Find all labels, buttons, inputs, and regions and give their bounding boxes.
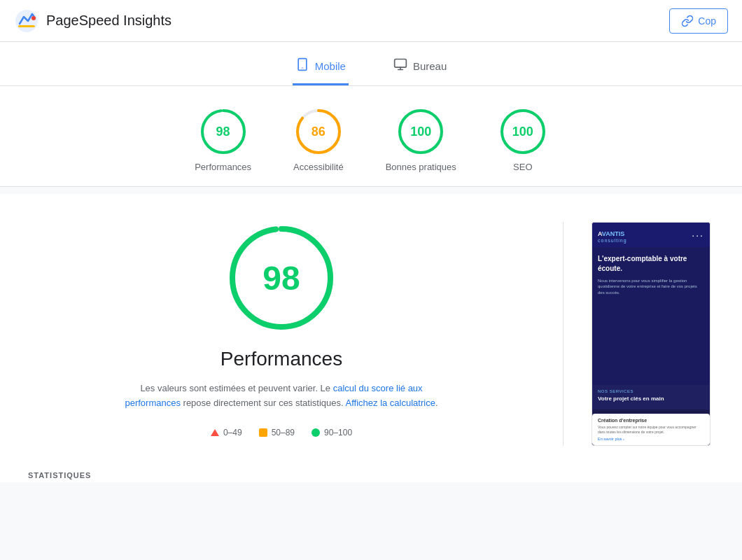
score-circle-performances: 98	[199, 107, 248, 156]
vertical-divider	[563, 222, 564, 446]
tab-bureau[interactable]: Bureau	[391, 50, 449, 85]
svg-rect-2	[18, 25, 35, 27]
copy-button[interactable]: Cop	[669, 8, 728, 34]
preview-logo-sub: consulting	[598, 238, 627, 243]
tab-mobile-label: Mobile	[315, 60, 346, 72]
svg-rect-3	[298, 59, 307, 71]
score-cards-row: 98 Performances 86 Accessibilité	[0, 86, 742, 187]
app-title: PageSpeed Insights	[46, 13, 172, 29]
preview-card: Création d'entreprise Vous pouvez compte…	[592, 414, 710, 445]
preview-card-text: Vous pouvez compter sur notre équipe pou…	[598, 425, 704, 435]
copy-label: Cop	[698, 15, 716, 27]
big-score-title: Performances	[220, 348, 342, 370]
svg-point-4	[302, 67, 303, 69]
link-icon	[681, 15, 694, 27]
preview-card-link: En savoir plus ›	[598, 437, 704, 441]
score-label-performances: Performances	[195, 162, 251, 172]
big-score-description: Les valeurs sont estimées et peuvent var…	[120, 382, 442, 411]
score-value-seo: 100	[512, 125, 533, 139]
main-content: 98 Performances 86 Accessibilité	[0, 86, 742, 560]
preview-menu-icon: ···	[692, 230, 704, 241]
desc-text-1: Les valeurs sont estimées et peuvent var…	[140, 383, 332, 393]
big-score-left: 98 Performances Les valeurs sont estimée…	[28, 222, 535, 446]
score-label-accessibilite: Accessibilité	[293, 162, 344, 172]
score-circle-bonnes-pratiques: 100	[396, 107, 445, 156]
score-label-bonnes-pratiques: Bonnes pratiques	[386, 162, 456, 172]
score-card-performances[interactable]: 98 Performances	[195, 107, 251, 172]
score-circle-seo: 100	[498, 107, 547, 156]
preview-hero-sub: Nous intervenons pour vous simplifier la…	[598, 278, 704, 295]
website-preview-area: AVANTIS consulting ··· L'expert-comptabl…	[592, 222, 714, 446]
tab-bar: Mobile Bureau	[0, 42, 742, 86]
preview-card-title: Création d'entreprise	[598, 418, 704, 423]
legend-mid: 50–89	[259, 428, 295, 438]
score-value-accessibilite: 86	[312, 125, 326, 139]
preview-logo: AVANTIS consulting	[598, 227, 627, 243]
legend-low: 0–49	[211, 428, 242, 438]
legend-square-icon	[259, 428, 267, 437]
svg-rect-5	[395, 59, 407, 68]
header: PageSpeed Insights Cop	[0, 0, 742, 42]
preview-service-title: Votre projet clés en main	[598, 396, 704, 402]
desc-text-2: repose directement sur ces statistiques.	[181, 398, 346, 408]
score-legend: 0–49 50–89 90–100	[211, 428, 352, 438]
calculator-link[interactable]: Affichez la calculatrice	[346, 398, 435, 408]
legend-mid-range: 50–89	[272, 428, 295, 438]
svg-point-1	[31, 16, 36, 20]
score-card-bonnes-pratiques[interactable]: 100 Bonnes pratiques	[386, 107, 456, 172]
logo-area: PageSpeed Insights	[14, 8, 172, 34]
preview-hero-title: L'expert-comptable à votre écoute.	[598, 254, 704, 274]
desc-text-3: .	[435, 398, 438, 408]
mobile-icon	[295, 57, 309, 75]
score-card-seo[interactable]: 100 SEO	[498, 107, 547, 172]
preview-hero: L'expert-comptable à votre écoute. Nous …	[592, 247, 710, 385]
pagespeed-logo-icon	[14, 8, 39, 34]
score-circle-accessibilite: 86	[294, 107, 343, 156]
statistics-label: STATISTIQUES	[0, 460, 742, 482]
preview-services-section: NOS SERVICES Votre projet clés en main	[592, 385, 710, 410]
score-label-seo: SEO	[513, 162, 532, 172]
score-value-bonnes-pratiques: 100	[410, 125, 431, 139]
legend-low-range: 0–49	[223, 428, 242, 438]
legend-high: 90–100	[312, 428, 352, 438]
tab-bureau-label: Bureau	[413, 60, 447, 72]
tab-mobile[interactable]: Mobile	[293, 50, 349, 85]
score-value-performances: 98	[216, 125, 230, 139]
preview-nos-services: NOS SERVICES	[598, 389, 704, 393]
desktop-icon	[393, 57, 407, 75]
preview-logo-main: AVANTIS	[598, 230, 624, 237]
svg-point-0	[15, 10, 38, 32]
website-preview: AVANTIS consulting ··· L'expert-comptabl…	[592, 222, 710, 446]
legend-high-range: 90–100	[324, 428, 352, 438]
legend-triangle-icon	[211, 429, 219, 436]
big-score-number: 98	[262, 259, 300, 298]
big-score-section: 98 Performances Les valeurs sont estimée…	[0, 194, 742, 460]
preview-header: AVANTIS consulting ···	[592, 223, 710, 247]
score-card-accessibilite[interactable]: 86 Accessibilité	[293, 107, 344, 172]
legend-dot-icon	[312, 428, 320, 437]
big-score-circle: 98	[225, 222, 337, 334]
